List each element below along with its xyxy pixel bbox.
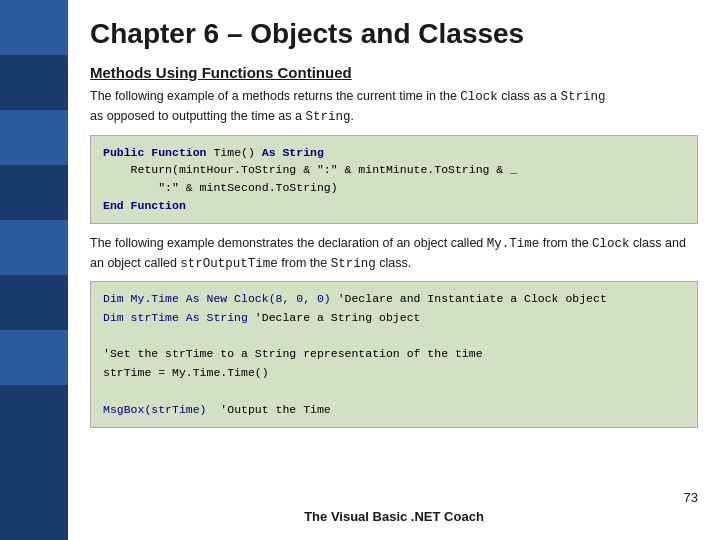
code-block-2: Dim My.Time As New Clock(8, 0, 0) 'Decla…: [90, 281, 698, 428]
main-content: Chapter 6 – Objects and Classes Methods …: [68, 0, 720, 540]
desc2: The following example demonstrates the d…: [90, 234, 698, 274]
section-heading: Methods Using Functions Continued: [90, 64, 698, 81]
code-block-1: Public Function Time() As String Return(…: [90, 135, 698, 224]
page-title: Chapter 6 – Objects and Classes: [90, 18, 698, 50]
footer-label: The Visual Basic .NET Coach: [90, 509, 698, 530]
desc1-clock-ref: Clock: [460, 90, 498, 104]
desc2-mytime-ref: My.Time: [487, 237, 540, 251]
desc1: The following example of a methods retur…: [90, 87, 698, 127]
desc2-string-ref: String: [331, 257, 376, 271]
sidebar: [0, 0, 68, 540]
footer-area: 73 The Visual Basic .NET Coach: [90, 490, 698, 530]
desc2-strout-ref: strOutputTime: [180, 257, 278, 271]
desc2-clock-ref: Clock: [592, 237, 630, 251]
desc1-string-ref2: String: [305, 110, 350, 124]
page-number: 73: [90, 490, 698, 509]
desc1-string-ref1: String: [560, 90, 605, 104]
